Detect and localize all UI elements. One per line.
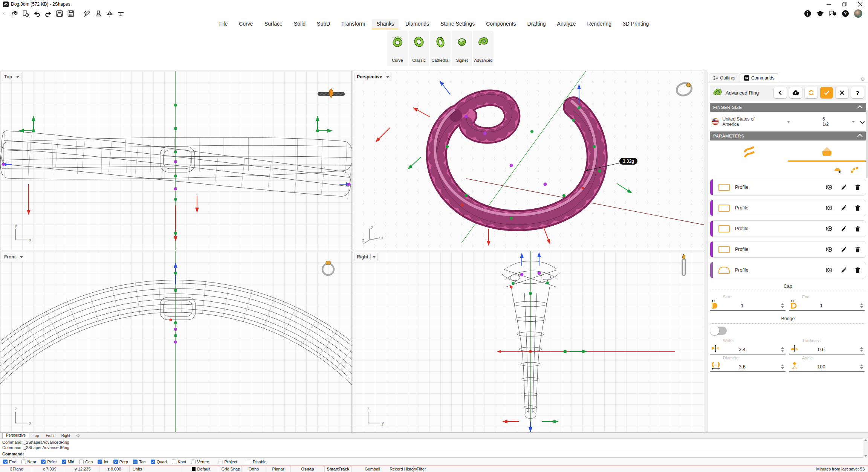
osnap-option[interactable]: Project [218,460,237,464]
top-ring-view-widget[interactable] [316,88,346,100]
incremental-save-icon[interactable] [65,9,76,18]
expand-chevron-icon[interactable] [859,118,865,124]
menu-item[interactable]: Components [481,19,520,29]
osnap-option[interactable]: Quad [151,460,167,464]
back-button[interactable] [774,87,787,98]
tool-classic-ring[interactable]: Classic [409,31,429,66]
chat-icon[interactable] [829,10,837,17]
refresh-button[interactable] [805,87,818,98]
tab-commands[interactable]: Commands [740,73,778,82]
right-ring-view-widget[interactable] [679,254,689,276]
profile-row[interactable]: Profile [710,241,866,258]
status-cell[interactable]: Gumball [352,466,393,472]
country-select[interactable]: United States of America [723,116,763,127]
viewport-tab[interactable]: Right [58,433,73,438]
osnap-checkbox[interactable] [113,460,118,464]
cap-end-spinner[interactable] [860,303,863,308]
swoosh-icon[interactable] [9,9,20,18]
finger-size-section-header[interactable]: FINGER SIZE [710,103,866,112]
osnap-option[interactable]: Perp [113,460,128,464]
menu-item[interactable]: Curve [234,19,257,29]
status-cell[interactable]: SmartTrack [325,466,352,472]
osnap-checkbox[interactable] [191,460,196,464]
viewport-right-label[interactable]: Right [355,253,378,261]
menu-item[interactable]: 3D Printing [618,19,653,29]
osnap-option[interactable]: End [3,460,17,464]
duplicate-icon[interactable] [826,226,832,232]
info-icon[interactable] [804,10,811,17]
bridge-diameter-value[interactable]: 3.6 [710,364,774,370]
status-cell[interactable]: Record History [393,466,414,472]
restore-button[interactable] [836,0,852,8]
menu-item[interactable]: Solid [289,19,310,29]
delete-trash-icon[interactable] [855,205,860,211]
osnap-checkbox[interactable] [247,460,251,464]
profile-row[interactable]: Profile [710,220,866,237]
viewport-perspective-label[interactable]: Perspective [355,73,391,81]
size-select[interactable]: 6 1/2 [822,116,831,127]
viewport-tab[interactable]: Front [42,433,58,438]
osnap-option[interactable]: Mid [62,460,75,464]
osnap-checkbox[interactable] [151,460,155,464]
bridge-angle-spinner[interactable] [860,364,863,369]
status-cell[interactable]: Grid Snap [220,466,242,472]
osnap-option[interactable]: Tan [133,460,146,464]
menu-item[interactable]: Drafting [523,19,550,29]
osnap-option[interactable]: Vertex [191,460,209,464]
bridge-thickness-spinner[interactable] [860,347,863,352]
help-button[interactable]: ? [851,87,864,98]
viewport-perspective[interactable]: Perspective [353,71,704,250]
viewport-top[interactable]: Top [0,71,352,250]
status-cell[interactable]: y 12.235 [66,466,99,472]
viewport-right[interactable]: Right [353,251,704,432]
delete-trash-icon[interactable] [855,267,860,273]
bridge-width-value[interactable]: 2.4 [710,347,774,352]
viewport-menu-icon[interactable] [20,256,23,258]
front-ring-view-widget[interactable] [320,260,336,277]
osnap-option[interactable]: Cen [79,460,93,464]
osnap-checkbox[interactable] [98,460,102,464]
save-icon[interactable] [54,9,65,18]
menu-item[interactable]: File [215,19,232,29]
duplicate-icon[interactable] [826,205,832,211]
menu-item[interactable]: Stone Settings [436,19,479,29]
status-cell[interactable]: z 0.000 [99,466,130,472]
tab-head[interactable] [788,143,866,162]
menu-item[interactable]: Diamonds [401,19,434,29]
duplicate-icon[interactable] [826,184,832,190]
cap-end-value[interactable]: 1 [789,303,853,309]
bridge-angle-field[interactable]: Angle 100 [789,354,865,372]
viewport-tab[interactable]: Top [29,433,42,438]
profile-row[interactable]: Profile [710,262,866,278]
cancel-button[interactable] [836,87,848,98]
cap-start-field[interactable]: Start 1 [710,293,785,311]
sketch-pen-icon[interactable] [81,9,93,18]
osnap-option[interactable]: Int [98,460,108,464]
status-cell[interactable]: x 7.939 [33,466,66,472]
layout-tsquare-icon[interactable] [115,9,127,18]
osnap-checkbox[interactable] [79,460,84,464]
bridge-diameter-spinner[interactable] [781,364,784,369]
osnap-option[interactable]: Point [41,460,57,464]
viewport-menu-icon[interactable] [386,76,389,78]
learn-icon[interactable] [816,10,824,17]
osnap-checkbox[interactable] [218,460,223,464]
status-cell[interactable]: Filter [414,466,813,472]
country-dropdown-icon[interactable] [787,121,790,123]
tool-signet-ring[interactable]: Signet [452,31,472,66]
bridge-thickness-field[interactable]: Thickness 0.6 [789,337,865,354]
osnap-checkbox[interactable] [172,460,176,464]
cloud-upload-button[interactable] [789,87,802,98]
edit-pencil-icon[interactable] [840,267,847,273]
tool-curve-ring[interactable]: Curve [387,31,408,66]
duplicate-icon[interactable] [826,267,832,273]
panel-close-icon[interactable]: × [2,11,5,16]
osnap-checkbox[interactable] [41,460,46,464]
panel-settings-gear-icon[interactable]: ⚙ [860,76,865,82]
profile-row[interactable]: Profile [710,179,866,196]
status-cell[interactable]: Minutes from last save: 53 [813,466,868,472]
menu-item[interactable]: Surface [260,19,287,29]
confirm-button[interactable] [820,87,833,98]
menu-item[interactable]: Analyze [553,19,581,29]
tool-advanced-ring[interactable]: Advanced [473,31,494,66]
